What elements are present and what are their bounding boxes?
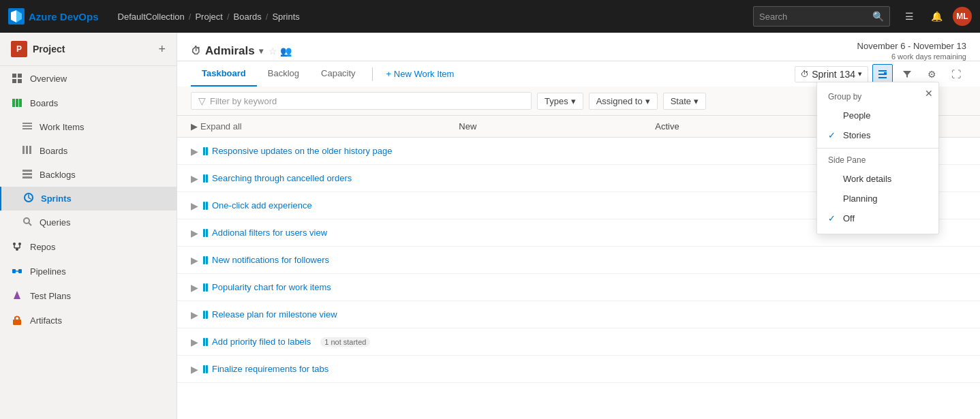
board-actions: ☆ 👥 — [269, 46, 292, 57]
breadcrumb-item-0[interactable]: DefaultCollection — [118, 12, 185, 22]
group-by-popup: Group by People ✓ Stories Side Pane Work… — [816, 82, 939, 234]
row-expand-icon[interactable]: ▶ — [191, 146, 199, 157]
expand-button[interactable]: ⛶ — [946, 64, 966, 84]
filter-keyword-input[interactable] — [210, 96, 524, 106]
work-item-title[interactable]: Finalize requirements for tabs — [212, 364, 328, 374]
list-icon[interactable]: ☰ — [898, 5, 920, 27]
work-item-type-icon — [203, 338, 208, 346]
filter-icon: ▽ — [198, 95, 206, 106]
sidebar-boards-group-label: Boards — [30, 98, 58, 108]
sprint-remaining: 6 work days remaining — [891, 52, 966, 61]
group-by-people-item[interactable]: People — [817, 106, 938, 125]
add-project-button[interactable]: + — [158, 42, 166, 57]
boards-icon — [22, 144, 33, 157]
svg-rect-13 — [29, 146, 31, 154]
svg-point-21 — [18, 243, 21, 245]
breadcrumb-item-2[interactable]: Boards — [234, 12, 262, 22]
tabs-divider — [372, 67, 373, 81]
side-pane-planning-item[interactable]: Planning — [817, 189, 938, 208]
off-check-icon: ✓ — [828, 213, 838, 223]
top-nav-icons: ☰ 🔔 ML — [898, 5, 972, 27]
row-expand-icon[interactable]: ▶ — [191, 255, 199, 266]
filter-input-box[interactable]: ▽ — [191, 92, 532, 110]
group-by-button[interactable] — [872, 64, 893, 84]
people-label: People — [843, 110, 870, 121]
side-pane-off-item[interactable]: ✓ Off — [817, 208, 938, 228]
sidebar-item-backlogs[interactable]: Backlogs — [0, 163, 177, 187]
search-box[interactable]: 🔍 — [753, 6, 890, 27]
sidebar-project: P Project + — [0, 33, 177, 66]
sidebar-item-repos[interactable]: Repos — [0, 234, 177, 259]
row-expand-icon[interactable]: ▶ — [191, 309, 199, 320]
sprint-selector[interactable]: ⏱ Sprint 134 ▾ — [795, 66, 868, 82]
bell-icon[interactable]: 🔔 — [925, 5, 947, 27]
work-item-title[interactable]: Responsive updates on the older history … — [212, 146, 393, 156]
svg-rect-9 — [22, 125, 32, 127]
types-filter-button[interactable]: Types ▾ — [537, 93, 583, 110]
work-item-type-icon — [203, 311, 208, 319]
tab-taskboard[interactable]: Taskboard — [191, 61, 257, 87]
svg-rect-15 — [22, 173, 32, 175]
repos-icon — [11, 240, 23, 253]
row-expand-icon[interactable]: ▶ — [191, 200, 199, 211]
search-input[interactable] — [759, 12, 868, 22]
logo[interactable]: Azure DevOps — [8, 8, 99, 25]
chevron-down-icon[interactable]: ▾ — [259, 46, 263, 56]
sidebar-item-artifacts[interactable]: Artifacts — [0, 308, 177, 332]
sidebar-artifacts-label: Artifacts — [30, 315, 62, 326]
work-item-title[interactable]: Add priority filed to labels — [212, 337, 311, 347]
tab-backlog[interactable]: Backlog — [257, 61, 310, 87]
svg-rect-32 — [878, 74, 887, 75]
assigned-to-filter-button[interactable]: Assigned to ▾ — [589, 93, 658, 110]
work-item-title[interactable]: One-click add experience — [212, 200, 312, 211]
boards-group-icon — [11, 97, 23, 109]
team-settings-icon[interactable]: 👥 — [280, 46, 292, 57]
expand-all-button[interactable]: ▶ Expand all — [191, 121, 368, 131]
sidebar-boards-label: Boards — [40, 146, 67, 156]
settings-button[interactable]: ⚙ — [921, 64, 942, 84]
group-by-stories-item[interactable]: ✓ Stories — [817, 125, 938, 145]
avatar[interactable]: ML — [953, 7, 972, 26]
top-nav: Azure DevOps DefaultCollection / Project… — [0, 0, 980, 33]
work-item-row: ▶ Popularity chart for work items — [177, 274, 980, 301]
row-expand-icon[interactable]: ▶ — [191, 228, 199, 238]
sidebar-item-workitems[interactable]: Work Items — [0, 115, 177, 139]
row-expand-icon[interactable]: ▶ — [191, 337, 199, 347]
popup-close-button[interactable]: ✕ — [925, 88, 933, 99]
filter-button[interactable] — [897, 64, 917, 84]
sidebar-repos-label: Repos — [30, 242, 56, 252]
sidebar-item-testplans[interactable]: Test Plans — [0, 283, 177, 308]
favorite-icon[interactable]: ☆ — [269, 46, 277, 57]
state-chevron-icon: ▾ — [694, 96, 699, 106]
sidebar-item-boards[interactable]: Boards — [0, 139, 177, 163]
svg-rect-1 — [12, 74, 16, 78]
work-item-title[interactable]: Searching through cancelled orders — [212, 173, 352, 183]
row-expand-icon[interactable]: ▶ — [191, 282, 199, 293]
breadcrumb-item-1[interactable]: Project — [195, 12, 222, 22]
work-item-title[interactable]: Addional filters for users view — [212, 228, 327, 238]
breadcrumb-item-3[interactable]: Sprints — [272, 12, 299, 22]
new-work-item-button[interactable]: + New Work Item — [378, 65, 463, 83]
row-expand-icon[interactable]: ▶ — [191, 173, 199, 184]
sidebar-item-sprints[interactable]: Sprints — [0, 187, 177, 211]
sidebar-item-boards-group[interactable]: Boards — [0, 91, 177, 115]
workitems-icon — [22, 121, 33, 134]
work-item-title[interactable]: Release plan for milestone view — [212, 309, 337, 320]
overview-icon — [11, 72, 23, 84]
svg-rect-16 — [22, 176, 32, 179]
planning-label: Planning — [843, 193, 878, 204]
sidebar-item-overview[interactable]: Overview — [0, 66, 177, 91]
work-item-title[interactable]: Popularity chart for work items — [212, 282, 331, 292]
sidebar-item-pipelines[interactable]: Pipelines — [0, 259, 177, 283]
side-pane-work-details-item[interactable]: Work details — [817, 169, 938, 189]
sidebar-item-queries[interactable]: Queries — [0, 211, 177, 234]
project-icon: P — [11, 41, 27, 57]
state-filter-button[interactable]: State ▾ — [663, 93, 706, 110]
work-item-title[interactable]: New notifications for followers — [212, 255, 329, 265]
work-details-label: Work details — [843, 174, 891, 184]
svg-point-20 — [13, 243, 16, 245]
row-expand-icon[interactable]: ▶ — [191, 364, 199, 375]
stories-label: Stories — [843, 130, 870, 140]
board-name[interactable]: Admirals — [205, 44, 255, 58]
tab-capacity[interactable]: Capacity — [310, 61, 367, 87]
